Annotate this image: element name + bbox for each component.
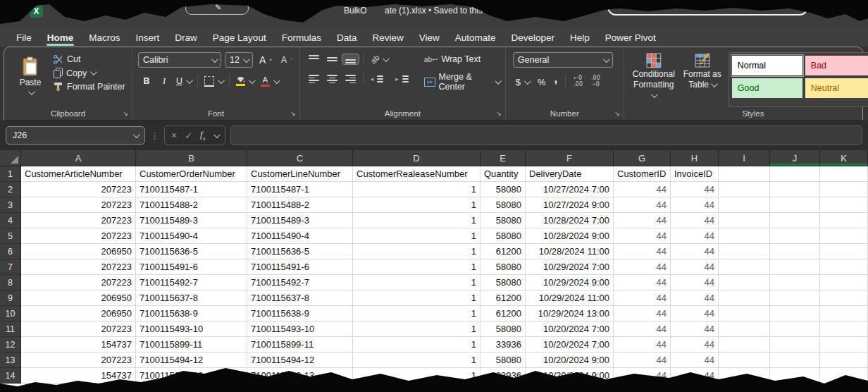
cell-H8[interactable]: 44 — [671, 275, 719, 290]
cell-style-good[interactable]: Good — [732, 78, 802, 98]
cell-E4[interactable]: 58080 — [480, 213, 526, 228]
cell-E11[interactable]: 58080 — [480, 321, 526, 337]
row-header-2[interactable]: 2 — [0, 182, 21, 197]
fill-color-button[interactable] — [233, 76, 256, 87]
cell-H4[interactable]: 44 — [671, 213, 719, 228]
tab-home[interactable]: Home — [39, 28, 82, 47]
alignment-dialog-launcher[interactable]: ↘ — [496, 110, 502, 117]
decrease-decimal-button[interactable]: .00→0 — [588, 75, 603, 89]
cell-C8[interactable]: 7100115492-7 — [247, 275, 353, 290]
cell-K5[interactable] — [820, 228, 868, 244]
row-header-3[interactable]: 3 — [0, 197, 21, 213]
cell-A4[interactable]: 207223 — [21, 213, 136, 228]
row-header-7[interactable]: 7 — [0, 259, 21, 275]
tab-file[interactable]: File — [8, 28, 39, 47]
decrease-indent-button[interactable]: ◂ — [368, 74, 391, 84]
cell-D4[interactable]: 1 — [353, 213, 480, 228]
cell-G5[interactable]: 44 — [614, 228, 671, 244]
cell-F14[interactable]: 10/20/2024 9:00 — [526, 368, 614, 384]
cell-A14[interactable]: 154737 — [21, 368, 136, 384]
cell-I12[interactable] — [719, 337, 770, 353]
cell-G2[interactable]: 44 — [614, 182, 671, 197]
cell-I1[interactable] — [719, 166, 770, 182]
cell-K8[interactable] — [820, 275, 868, 290]
cell-F4[interactable]: 10/28/2024 7:00 — [526, 213, 614, 228]
cell-I11[interactable] — [719, 321, 770, 337]
align-middle-button[interactable] — [324, 54, 340, 64]
cell-A3[interactable]: 207223 — [21, 197, 136, 213]
cell-D10[interactable]: 1 — [353, 306, 480, 321]
cell-J7[interactable] — [770, 259, 820, 275]
cut-button[interactable]: Cut — [51, 54, 128, 65]
row-header-5[interactable]: 5 — [0, 228, 21, 244]
cell-C4[interactable]: 7100115489-3 — [247, 213, 353, 228]
column-header-F[interactable]: F — [526, 150, 614, 166]
cell-H2[interactable]: 44 — [671, 182, 719, 197]
cell-B14[interactable]: 7100115900-13 — [136, 368, 247, 384]
cell-A13[interactable]: 207223 — [21, 353, 136, 368]
row-header-11[interactable]: 11 — [0, 321, 21, 337]
cell-E7[interactable]: 58080 — [480, 259, 526, 275]
percent-style-button[interactable]: % — [535, 76, 549, 88]
select-all-corner[interactable] — [0, 150, 21, 166]
cell-A6[interactable]: 206950 — [21, 244, 136, 259]
format-as-table-button[interactable]: Format as Table — [681, 47, 724, 107]
cell-I5[interactable] — [719, 228, 770, 244]
cell-C11[interactable]: 7100115493-10 — [247, 321, 353, 337]
cell-K10[interactable] — [820, 306, 868, 321]
cell-J13[interactable] — [770, 353, 820, 368]
cell-B12[interactable]: 7100115899-11 — [136, 337, 247, 353]
cell-J5[interactable] — [770, 228, 820, 244]
cell-H13[interactable]: 44 — [671, 353, 719, 368]
column-header-A[interactable]: A — [21, 150, 136, 166]
cell-G13[interactable]: 44 — [614, 353, 671, 368]
cell-B6[interactable]: 7100115636-5 — [136, 244, 247, 259]
title-chevron-icon[interactable] — [510, 8, 515, 21]
tab-automate[interactable]: Automate — [447, 28, 504, 47]
row-header-12[interactable]: 12 — [0, 337, 21, 353]
cell-J6[interactable] — [770, 244, 820, 259]
cell-F10[interactable]: 10/29/2024 13:00 — [526, 306, 614, 321]
cell-A9[interactable]: 206950 — [21, 290, 136, 306]
accounting-format-button[interactable]: $ — [513, 76, 532, 88]
tab-review[interactable]: Review — [364, 28, 411, 47]
cell-I6[interactable] — [719, 244, 770, 259]
cell-K2[interactable] — [820, 182, 868, 197]
cell-I9[interactable] — [719, 290, 770, 306]
cell-E9[interactable]: 61200 — [480, 290, 526, 306]
cell-D12[interactable]: 1 — [353, 337, 480, 353]
cell-J3[interactable] — [770, 197, 820, 213]
cell-E5[interactable]: 58080 — [480, 228, 526, 244]
cell-B4[interactable]: 7100115489-3 — [136, 213, 247, 228]
tab-draw[interactable]: Draw — [167, 28, 205, 47]
cell-H1[interactable]: InvoiceID — [671, 166, 719, 182]
cell-D2[interactable]: 1 — [353, 182, 480, 197]
cell-style-bad[interactable]: Bad — [805, 56, 868, 75]
row-header-6[interactable]: 6 — [0, 244, 21, 259]
cell-J10[interactable] — [770, 306, 820, 321]
cell-B1[interactable]: CustomerOrderNumber — [136, 166, 247, 182]
cell-I3[interactable] — [719, 197, 770, 213]
cell-F9[interactable]: 10/29/2024 11:00 — [526, 290, 614, 306]
tab-insert[interactable]: Insert — [128, 28, 168, 47]
cell-E14[interactable]: 33936 — [480, 368, 526, 384]
cell-F3[interactable]: 10/27/2024 9:00 — [526, 197, 614, 213]
cell-C6[interactable]: 7100115636-5 — [247, 244, 353, 259]
cell-F12[interactable]: 10/20/2024 7:00 — [526, 337, 614, 353]
cell-H5[interactable]: 44 — [671, 228, 719, 244]
font-name-select[interactable]: Calibri — [138, 52, 221, 68]
cell-F1[interactable]: DeliveryDate — [526, 166, 614, 182]
cell-A8[interactable]: 207223 — [21, 275, 136, 290]
cell-B8[interactable]: 7100115492-7 — [136, 275, 247, 290]
cancel-button[interactable]: × — [171, 130, 177, 141]
row-header-14[interactable]: 14 — [0, 368, 21, 384]
increase-indent-button[interactable]: ▸ — [392, 74, 416, 84]
tab-help[interactable]: Help — [562, 28, 597, 47]
cell-H11[interactable]: 44 — [671, 321, 719, 337]
cell-K6[interactable] — [820, 244, 868, 259]
cell-J1[interactable] — [770, 166, 820, 182]
cell-C1[interactable]: CustomerLineNumber — [247, 166, 353, 182]
column-header-B[interactable]: B — [136, 150, 247, 166]
cell-B9[interactable]: 7100115637-8 — [136, 290, 247, 306]
cell-G11[interactable]: 44 — [614, 321, 671, 337]
